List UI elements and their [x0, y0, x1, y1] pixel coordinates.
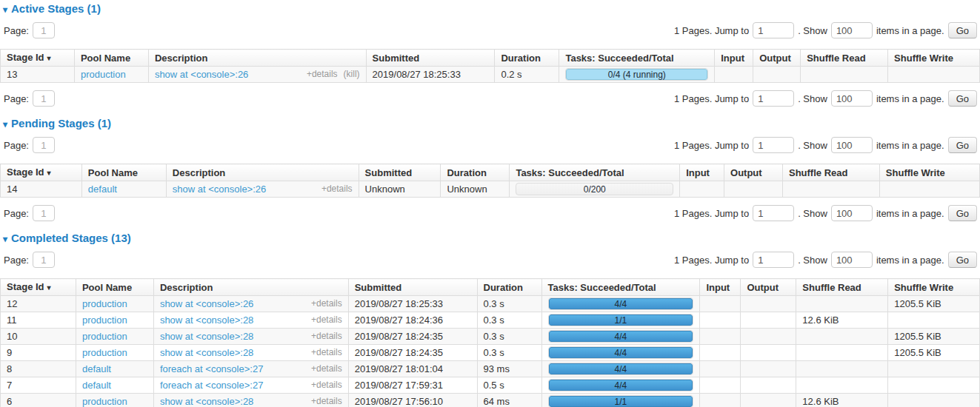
- column-header-input[interactable]: Input: [680, 164, 724, 181]
- column-header-duration[interactable]: Duration: [495, 50, 559, 67]
- description-link[interactable]: foreach at <console>:27: [160, 363, 264, 374]
- details-toggle[interactable]: +details: [311, 380, 342, 391]
- column-header-submitted[interactable]: Submitted: [366, 50, 495, 67]
- show-label: . Show: [798, 93, 827, 104]
- input-cell: [700, 329, 741, 345]
- column-header-description[interactable]: Description: [148, 50, 366, 67]
- column-header-shuffle-read[interactable]: Shuffle Read: [782, 164, 879, 181]
- description-link[interactable]: foreach at <console>:27: [160, 380, 264, 391]
- page-number-input[interactable]: [33, 90, 55, 107]
- column-header-stage-id[interactable]: Stage Id▾: [1, 50, 75, 67]
- tasks-progress-bar: 1/1: [548, 395, 694, 407]
- jump-to-page-input[interactable]: [753, 22, 794, 38]
- column-label: Duration: [501, 53, 540, 64]
- section-title-pending[interactable]: ▾Pending Stages (1): [3, 117, 977, 130]
- details-toggle[interactable]: +details: [311, 314, 342, 326]
- kill-link[interactable]: (kill): [344, 69, 360, 80]
- details-toggle[interactable]: +details: [311, 331, 342, 342]
- column-header-shuffle-write[interactable]: Shuffle Write: [888, 50, 980, 67]
- jump-to-page-input[interactable]: [753, 90, 794, 107]
- go-button[interactable]: Go: [948, 252, 977, 268]
- column-header-submitted[interactable]: Submitted: [348, 279, 477, 296]
- column-label: Output: [759, 53, 791, 64]
- description-link[interactable]: show at <console>:26: [173, 184, 266, 195]
- pool-name-link[interactable]: production: [82, 396, 127, 407]
- go-button[interactable]: Go: [948, 205, 977, 221]
- column-header-shuffle-read[interactable]: Shuffle Read: [796, 279, 888, 296]
- pagination-controls: 1 Pages. Jump to . Show items in a page.…: [674, 137, 977, 153]
- column-header-stage-id[interactable]: Stage Id▾: [1, 164, 82, 181]
- pool-name-link[interactable]: default: [88, 184, 117, 195]
- items-per-page-input[interactable]: [831, 205, 873, 221]
- pagination-left: Page:: [4, 22, 55, 38]
- stage-id-cell: 9: [1, 345, 76, 361]
- go-button[interactable]: Go: [948, 137, 977, 153]
- column-header-pool-name[interactable]: Pool Name: [74, 50, 148, 67]
- go-button[interactable]: Go: [948, 22, 977, 38]
- column-header-tasks-succeeded-total[interactable]: Tasks: Succeeded/Total: [541, 279, 700, 296]
- pool-name-link[interactable]: production: [81, 69, 126, 80]
- go-button[interactable]: Go: [948, 90, 977, 107]
- stage-id-cell: 14: [1, 181, 82, 198]
- column-header-description[interactable]: Description: [166, 164, 359, 181]
- page-number-input[interactable]: [33, 137, 55, 153]
- column-header-output[interactable]: Output: [724, 164, 783, 181]
- pagination-left: Page:: [4, 252, 55, 268]
- pool-name-link[interactable]: default: [82, 380, 111, 391]
- details-toggle[interactable]: +details: [311, 363, 342, 374]
- details-toggle[interactable]: +details: [307, 69, 338, 80]
- column-header-stage-id[interactable]: Stage Id▾: [1, 279, 76, 296]
- pagination-bar: Page: 1 Pages. Jump to . Show items in a…: [2, 90, 978, 107]
- section-title-active[interactable]: ▾Active Stages (1): [3, 2, 977, 15]
- column-header-shuffle-write[interactable]: Shuffle Write: [888, 279, 980, 296]
- pages-count-text: 1 Pages. Jump to: [674, 255, 749, 266]
- details-toggle[interactable]: +details: [321, 184, 353, 195]
- items-per-page-input[interactable]: [831, 22, 873, 38]
- items-per-page-input[interactable]: [831, 90, 873, 107]
- column-header-description[interactable]: Description: [153, 279, 348, 296]
- pool-name-link[interactable]: production: [82, 347, 127, 358]
- column-header-output[interactable]: Output: [753, 50, 801, 67]
- jump-to-page-input[interactable]: [753, 137, 794, 153]
- jump-to-page-input[interactable]: [753, 205, 794, 221]
- description-link[interactable]: show at <console>:26: [160, 298, 253, 309]
- column-header-shuffle-write[interactable]: Shuffle Write: [879, 164, 979, 181]
- column-header-duration[interactable]: Duration: [477, 279, 541, 296]
- column-header-pool-name[interactable]: Pool Name: [76, 279, 153, 296]
- details-toggle[interactable]: +details: [311, 396, 342, 407]
- column-header-submitted[interactable]: Submitted: [359, 164, 441, 181]
- details-toggle[interactable]: +details: [311, 298, 342, 309]
- description-link[interactable]: show at <console>:28: [160, 331, 253, 342]
- items-per-page-input[interactable]: [831, 252, 873, 268]
- progress-label: 4/4: [549, 331, 693, 343]
- page-number-input[interactable]: [33, 22, 55, 38]
- pool-name-link[interactable]: production: [82, 314, 127, 326]
- section-title-completed[interactable]: ▾Completed Stages (13): [3, 232, 977, 244]
- column-header-output[interactable]: Output: [741, 279, 796, 296]
- show-label: . Show: [798, 25, 827, 36]
- tasks-progress-cell: 0/4 (4 running): [559, 67, 715, 83]
- description-link[interactable]: show at <console>:28: [160, 396, 253, 407]
- column-header-input[interactable]: Input: [715, 50, 753, 67]
- column-header-pool-name[interactable]: Pool Name: [81, 164, 166, 181]
- page-number-input[interactable]: [33, 205, 55, 221]
- description-link[interactable]: show at <console>:28: [160, 314, 253, 326]
- pool-name-link[interactable]: default: [82, 363, 111, 374]
- description-link[interactable]: show at <console>:26: [155, 69, 248, 80]
- column-header-input[interactable]: Input: [700, 279, 741, 296]
- pool-name-link[interactable]: production: [82, 331, 127, 342]
- column-label: Input: [686, 167, 710, 178]
- page-label: Page:: [4, 140, 29, 151]
- column-header-shuffle-read[interactable]: Shuffle Read: [801, 50, 888, 67]
- description-link[interactable]: show at <console>:28: [160, 347, 253, 358]
- details-toggle[interactable]: +details: [311, 347, 342, 358]
- column-header-tasks-succeeded-total[interactable]: Tasks: Succeeded/Total: [559, 50, 715, 67]
- column-header-tasks-succeeded-total[interactable]: Tasks: Succeeded/Total: [510, 164, 680, 181]
- description-cell: foreach at <console>:27+details: [153, 377, 348, 394]
- page-number-input[interactable]: [33, 252, 55, 268]
- jump-to-page-input[interactable]: [753, 252, 794, 268]
- pool-name-link[interactable]: production: [82, 298, 127, 309]
- column-header-duration[interactable]: Duration: [441, 164, 510, 181]
- progress-label: 0/4 (4 running): [566, 69, 707, 81]
- items-per-page-input[interactable]: [831, 137, 873, 153]
